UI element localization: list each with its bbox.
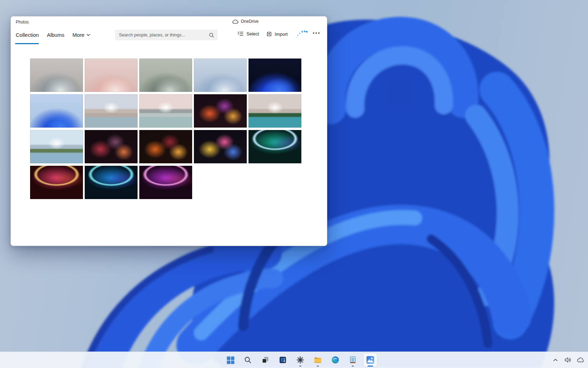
search-box[interactable] — [115, 30, 218, 40]
onedrive-label: OneDrive — [241, 19, 259, 24]
taskbar-search-button[interactable] — [241, 353, 255, 367]
photo-thumbnail-silver-bloom[interactable] — [30, 59, 83, 92]
photo-thumbnail-crimson-swirl[interactable] — [85, 130, 138, 163]
photos-app-button[interactable] — [363, 353, 377, 367]
photo-thumbnail-violet-crescent[interactable] — [139, 166, 192, 199]
tab-more[interactable]: More — [72, 32, 90, 38]
photo-thumbnail-rose-bloom[interactable] — [85, 59, 138, 92]
running-indicator — [352, 366, 354, 367]
photos-app-window: Photos OneDrive Collection Albums More — [10, 16, 327, 246]
photo-thumbnail-sunrise-river[interactable] — [139, 94, 192, 128]
active-app-indicator — [368, 366, 373, 367]
photo-thumbnail-morning-lake[interactable] — [30, 130, 83, 163]
volume-icon[interactable] — [564, 356, 572, 364]
photo-thumbnail-pale-dunes-lake[interactable] — [85, 94, 138, 128]
edge-icon — [331, 356, 340, 364]
loading-spinner — [296, 29, 309, 40]
search-icon — [244, 356, 252, 364]
see-more-button[interactable]: ••• — [310, 30, 323, 36]
taskbar-center-group — [211, 352, 377, 368]
photo-thumbnail-molten-glass-abstract[interactable] — [194, 94, 247, 128]
taskbar — [0, 352, 588, 368]
photo-thumbnail-sage-bloom[interactable] — [139, 59, 192, 92]
photo-thumbnail-blue-bloom[interactable] — [30, 94, 83, 128]
gear-icon — [296, 356, 304, 364]
running-indicator — [317, 366, 319, 367]
tab-bar: Collection Albums More — [16, 32, 90, 38]
import-icon — [266, 31, 272, 37]
notepad-icon — [349, 356, 357, 364]
multi-select-icon — [238, 31, 244, 36]
photo-grid — [30, 59, 302, 199]
tab-albums[interactable]: Albums — [47, 32, 64, 38]
onedrive-cloud-icon — [232, 19, 238, 24]
photo-thumbnail-amber-ribbons[interactable] — [139, 130, 192, 163]
running-indicator — [299, 366, 301, 367]
task-view-icon — [261, 356, 270, 364]
file-explorer-button[interactable] — [311, 353, 325, 367]
widgets-icon — [279, 356, 287, 364]
edge-button[interactable] — [328, 353, 342, 367]
photo-thumbnail-ember-crescent[interactable] — [30, 166, 83, 199]
hidden-icons-chevron-icon[interactable] — [552, 356, 559, 364]
active-tab-underline — [15, 43, 39, 44]
photo-thumbnail-neon-petals[interactable] — [194, 130, 247, 163]
import-button[interactable]: Import — [266, 31, 288, 37]
photo-thumbnail-mountain-lake-forest[interactable] — [248, 94, 301, 128]
settings-button[interactable] — [293, 353, 307, 367]
start-button[interactable] — [223, 353, 237, 367]
task-view-button[interactable] — [258, 353, 272, 367]
search-input[interactable] — [115, 33, 209, 38]
select-label: Select — [246, 31, 259, 36]
search-icon[interactable] — [209, 33, 214, 38]
window-title: Photos — [16, 20, 29, 25]
widgets-button[interactable] — [276, 353, 290, 367]
tab-collection[interactable]: Collection — [16, 32, 39, 38]
onedrive-cloud-icon[interactable] — [577, 356, 584, 364]
onedrive-banner[interactable]: OneDrive — [232, 19, 259, 24]
chevron-down-icon — [86, 34, 90, 36]
windows-start-icon — [226, 356, 234, 364]
photo-thumbnail-aurora-crescent[interactable] — [248, 130, 301, 163]
photo-thumbnail-cobalt-bloom-dark[interactable] — [248, 59, 301, 92]
select-button[interactable]: Select — [238, 31, 259, 36]
photo-thumbnail-azure-crescent[interactable] — [85, 166, 138, 199]
folder-icon — [314, 356, 322, 364]
system-tray — [552, 352, 584, 368]
photo-thumbnail-powder-blue-bloom[interactable] — [194, 59, 247, 92]
photos-app-icon — [366, 355, 375, 364]
import-label: Import — [275, 32, 288, 37]
notepad-button[interactable] — [346, 353, 360, 367]
